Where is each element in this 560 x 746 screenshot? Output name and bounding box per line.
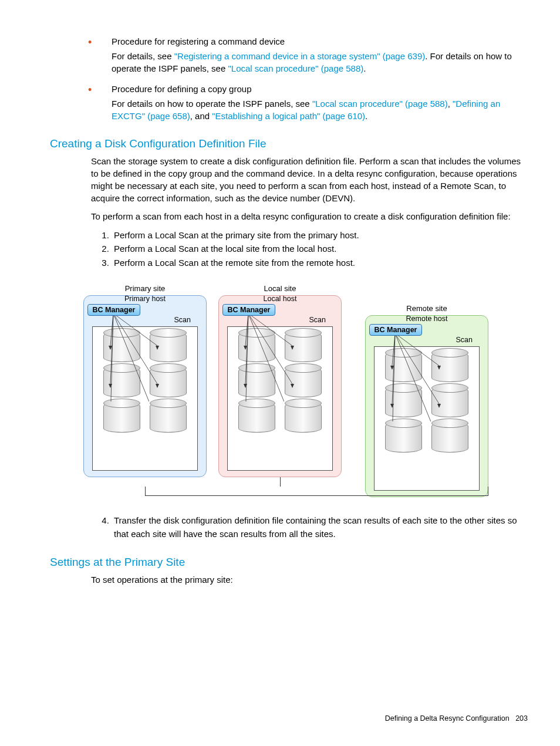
bcm-box-remote: BC Manager xyxy=(369,324,422,336)
page-footer: Defining a Delta Resync Configuration 20… xyxy=(385,714,528,723)
bullet-item: Procedure for defining a copy groupFor d… xyxy=(88,83,528,122)
xref-link[interactable]: "Local scan procedure" (page 588) xyxy=(228,63,363,73)
bullet-item: Procedure for registering a command devi… xyxy=(88,35,528,75)
bcm-box-local: BC Manager xyxy=(222,304,275,316)
storage-local xyxy=(227,326,333,471)
bullet-title: Procedure for registering a command devi… xyxy=(112,35,528,48)
local-site-label: Local site xyxy=(219,284,341,293)
xref-link[interactable]: "Registering a command device in a stora… xyxy=(174,51,426,61)
bus-stub-local xyxy=(280,477,281,487)
intro-bullets: Procedure for registering a command devi… xyxy=(88,35,528,122)
footer-page: 203 xyxy=(515,714,528,723)
storage-remote xyxy=(374,346,480,491)
site-primary: Primary site Primary host BC Manager Sca… xyxy=(83,295,207,477)
remote-site-label: Remote site xyxy=(366,304,488,313)
bcm-box-primary: BC Manager xyxy=(87,304,140,316)
local-host-label: Local host xyxy=(219,295,341,303)
para-settings: To set operations at the primary site: xyxy=(91,573,528,586)
site-local: Local site Local host BC Manager Scan xyxy=(218,295,342,477)
bullet-title: Procedure for defining a copy group xyxy=(112,83,528,95)
step-item: Perform a Local Scan at the local site f… xyxy=(112,242,528,255)
storage-primary xyxy=(92,326,198,471)
scan-label-remote: Scan xyxy=(456,336,473,344)
step-4: Transfer the disk configuration definiti… xyxy=(112,514,528,541)
footer-title: Defining a Delta Resync Configuration xyxy=(385,714,510,723)
scan-label-primary: Scan xyxy=(174,316,191,324)
para-scan-intro: To perform a scan from each host in a de… xyxy=(91,210,528,222)
bullet-body: For details, see "Registering a command … xyxy=(112,50,528,75)
steps-1-3: Perform a Local Scan at the primary site… xyxy=(91,228,528,269)
bus-connector xyxy=(145,487,488,496)
steps-4: Transfer the disk configuration definiti… xyxy=(91,514,528,541)
site-remote: Remote site Remote host BC Manager Scan xyxy=(365,315,488,497)
para-scan-desc: Scan the storage system to create a disk… xyxy=(91,155,528,204)
heading-settings: Settings at the Primary Site xyxy=(50,556,528,569)
diagram-container: Primary site Primary host BC Manager Sca… xyxy=(50,283,528,501)
primary-site-label: Primary site xyxy=(84,284,206,293)
scan-label-local: Scan xyxy=(309,316,326,324)
step-item: Perform a Local Scan at the primary site… xyxy=(112,228,528,242)
xref-link[interactable]: "Establishing a logical path" (page 610) xyxy=(212,111,365,121)
delta-resync-diagram: Primary site Primary host BC Manager Sca… xyxy=(83,283,494,501)
bullet-body: For details on how to operate the ISPF p… xyxy=(112,97,528,122)
xref-link[interactable]: "Local scan procedure" (page 588) xyxy=(312,99,448,109)
primary-host-label: Primary host xyxy=(84,295,206,303)
heading-creating: Creating a Disk Configuration Definition… xyxy=(50,137,528,150)
remote-host-label: Remote host xyxy=(366,315,488,323)
step-item: Perform a Local Scan at the remote site … xyxy=(112,256,528,269)
